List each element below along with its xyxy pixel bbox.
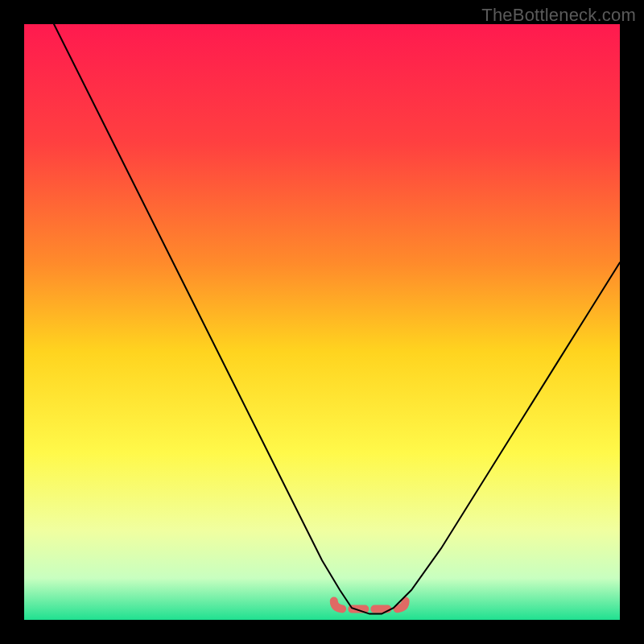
gradient-background (24, 24, 620, 620)
plot-svg (24, 24, 620, 620)
watermark-text: TheBottleneck.com (481, 5, 636, 26)
plot-area (24, 24, 620, 620)
chart-frame: TheBottleneck.com (0, 0, 644, 644)
